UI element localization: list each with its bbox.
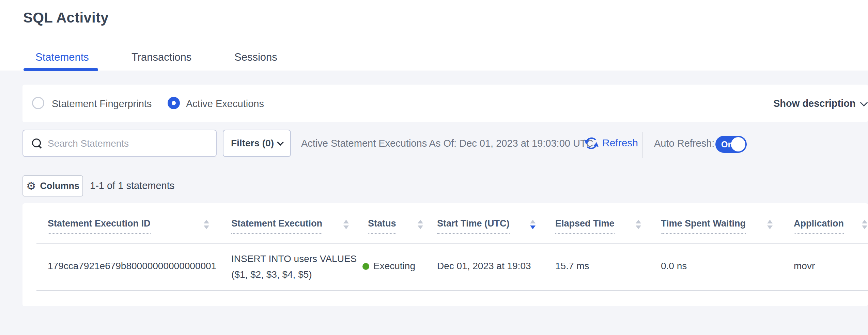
sort-icon[interactable] [862,220,868,230]
sort-icon-active-desc[interactable] [530,220,536,230]
refresh-label: Refresh [602,137,638,149]
refresh-icon [583,135,600,151]
tab-statements[interactable]: Statements [35,51,89,63]
tabs-divider [0,71,868,71]
radio-statement-fingerprints-label[interactable]: Statement Fingerprints [52,98,152,110]
cell-execution-id[interactable]: 179cca7921e679b80000000000000001 [48,261,216,272]
filters-button-label: Filters (0) [231,138,274,149]
gear-icon: ⚙ [26,180,36,191]
col-header-statement-execution[interactable]: Statement Execution [231,218,322,234]
auto-refresh-toggle[interactable]: On [715,136,747,153]
toggle-knob [731,137,745,151]
radio-active-executions[interactable] [168,97,180,109]
col-header-start-time[interactable]: Start Time (UTC) [437,218,510,234]
radio-active-executions-label[interactable]: Active Executions [186,98,264,110]
status-dot-icon [362,263,369,270]
auto-refresh-label: Auto Refresh: [654,138,714,149]
col-header-label: Start Time (UTC) [437,218,510,234]
search-box [22,130,217,157]
cell-start-time: Dec 01, 2023 at 19:03 [437,261,531,272]
col-header-elapsed-time[interactable]: Elapsed Time [555,218,615,234]
col-header-statement-execution-id[interactable]: Statement Execution ID [48,218,151,234]
search-input[interactable] [47,131,212,156]
statements-table: Statement Execution ID Statement Executi… [22,203,868,306]
cell-application: movr [794,261,815,272]
sort-icon[interactable] [204,220,210,230]
cell-statement[interactable]: INSERT INTO users VALUES ($1, $2, $3, $4… [231,251,357,282]
refresh-button[interactable]: Refresh [583,135,600,153]
filters-button[interactable]: Filters (0) [223,130,291,157]
col-header-time-spent-waiting[interactable]: Time Spent Waiting [661,218,746,234]
show-description-button[interactable]: Show description [773,98,867,109]
columns-button-label: Columns [40,181,80,191]
sort-icon[interactable] [636,220,642,230]
sort-icon[interactable] [767,220,773,230]
col-header-application[interactable]: Application [794,218,844,234]
col-header-label: Time Spent Waiting [661,218,746,234]
search-icon [32,139,41,147]
cell-elapsed-time: 15.7 ms [555,261,589,272]
header-divider [36,243,868,244]
radio-statement-fingerprints[interactable] [32,97,44,109]
col-header-label: Statement Execution ID [48,218,151,234]
chevron-down-icon [860,99,868,107]
show-description-label: Show description [773,98,856,109]
chevron-down-icon [277,139,284,146]
sort-icon[interactable] [343,220,350,230]
tab-sessions[interactable]: Sessions [234,51,277,63]
col-header-label: Elapsed Time [555,218,615,234]
page-title: SQL Activity [23,10,109,26]
page-header-band [0,0,868,71]
sql-activity-page: SQL Activity Statements Transactions Ses… [0,0,868,335]
tab-transactions[interactable]: Transactions [131,51,191,63]
result-count: 1-1 of 1 statements [90,180,174,191]
columns-button[interactable]: ⚙ Columns [22,175,83,196]
col-header-label: Statement Execution [231,218,322,234]
as-of-timestamp: Active Statement Executions As Of: Dec 0… [301,138,593,149]
tab-statements-label: Statements [35,51,89,63]
statement-line-1: INSERT INTO users VALUES [231,251,357,267]
col-header-label: Status [368,218,396,234]
statement-line-2: ($1, $2, $3, $4, $5) [231,267,357,282]
toolbar-divider [642,132,643,158]
col-header-status[interactable]: Status [368,218,396,234]
active-tab-underline [24,68,98,71]
cell-status: Executing [373,261,415,272]
row-divider [36,290,868,291]
tab-sessions-label: Sessions [234,51,277,63]
tab-transactions-label: Transactions [131,51,191,63]
cell-time-spent-waiting: 0.0 ns [661,261,687,272]
sort-icon[interactable] [418,220,424,230]
col-header-label: Application [794,218,844,234]
